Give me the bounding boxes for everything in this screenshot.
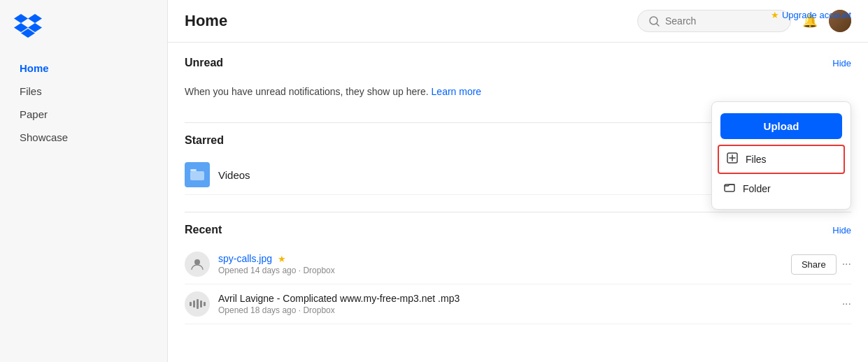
sidebar-item-paper[interactable]: Paper bbox=[6, 103, 162, 126]
file-name-row: spy-calls.jpg ★ bbox=[218, 253, 791, 264]
recent-item-0: spy-calls.jpg ★ Opened 14 days ago · Dro… bbox=[185, 245, 851, 284]
upload-folder-icon bbox=[723, 181, 736, 196]
file-name-0[interactable]: spy-calls.jpg bbox=[218, 253, 272, 264]
svg-point-4 bbox=[194, 259, 200, 265]
sidebar-item-showcase[interactable]: Showcase bbox=[6, 126, 162, 149]
unread-hide-button[interactable]: Hide bbox=[832, 58, 851, 68]
upload-folder-item[interactable]: Folder bbox=[712, 174, 851, 203]
recent-item-1: Avril Lavigne - Complicated www.my-free-… bbox=[185, 284, 851, 324]
unread-section-header: Unread Hide bbox=[185, 57, 851, 69]
upload-folder-label[interactable]: Folder bbox=[743, 183, 771, 194]
recent-title: Recent bbox=[185, 224, 222, 236]
svg-line-1 bbox=[657, 23, 660, 26]
sidebar-navigation: Home Files Paper Showcase bbox=[0, 57, 167, 149]
star-upgrade-icon: ★ bbox=[771, 10, 779, 20]
starred-title: Starred bbox=[185, 134, 224, 147]
search-input[interactable] bbox=[665, 15, 779, 27]
upload-button[interactable]: Upload bbox=[720, 113, 842, 139]
search-bar[interactable] bbox=[637, 10, 791, 32]
file-actions-0: Share ··· bbox=[791, 254, 851, 275]
share-button-0[interactable]: Share bbox=[791, 254, 837, 275]
file-thumb-0 bbox=[185, 252, 210, 277]
search-icon bbox=[649, 16, 660, 27]
upgrade-label[interactable]: Upgrade account bbox=[782, 10, 851, 20]
file-info-1: Avril Lavigne - Complicated www.my-free-… bbox=[218, 293, 842, 315]
upload-dropdown-menu: Upload Files Folder bbox=[711, 101, 851, 210]
more-icon-1[interactable]: ··· bbox=[842, 298, 851, 310]
page-title: Home bbox=[185, 12, 227, 30]
svg-rect-3 bbox=[190, 169, 197, 171]
sidebar-item-files[interactable]: Files bbox=[6, 80, 162, 103]
audio-waveform-icon bbox=[190, 299, 206, 309]
file-name-1: Avril Lavigne - Complicated www.my-free-… bbox=[218, 293, 842, 304]
person-icon bbox=[191, 258, 204, 270]
unread-text: When you have unread notifications, they… bbox=[185, 86, 429, 97]
upload-files-icon bbox=[726, 152, 739, 167]
file-actions-1: ··· bbox=[842, 298, 851, 310]
file-info-0: spy-calls.jpg ★ Opened 14 days ago · Dro… bbox=[218, 253, 791, 275]
unread-title: Unread bbox=[185, 57, 223, 69]
upload-files-label[interactable]: Files bbox=[746, 154, 767, 165]
divider-2 bbox=[185, 212, 851, 212]
upgrade-bar[interactable]: ★ Upgrade account bbox=[771, 10, 851, 20]
dropbox-logo-icon bbox=[14, 14, 42, 38]
learn-more-link[interactable]: Learn more bbox=[432, 86, 482, 97]
recent-hide-button[interactable]: Hide bbox=[832, 225, 851, 236]
folder-svg-icon bbox=[190, 169, 204, 180]
folder-icon bbox=[185, 162, 210, 187]
file-star-icon-0[interactable]: ★ bbox=[278, 254, 286, 264]
file-meta-0: Opened 14 days ago · Dropbox bbox=[218, 266, 791, 275]
sidebar: Home Files Paper Showcase bbox=[0, 0, 168, 362]
file-thumb-1 bbox=[185, 291, 210, 317]
sidebar-item-home[interactable]: Home bbox=[6, 57, 162, 80]
recent-section: Recent Hide spy-calls.jpg ★ bbox=[185, 224, 851, 324]
sidebar-logo bbox=[0, 14, 167, 57]
upload-files-item[interactable]: Files bbox=[718, 145, 845, 174]
top-bar: Home 🔔 bbox=[168, 0, 868, 43]
main-content: ★ Upgrade account Home 🔔 bbox=[168, 0, 868, 362]
recent-section-header: Recent Hide bbox=[185, 224, 851, 236]
svg-rect-2 bbox=[190, 171, 204, 180]
unread-section: Unread Hide When you have unread notific… bbox=[185, 57, 851, 106]
more-icon-0[interactable]: ··· bbox=[842, 258, 851, 270]
file-meta-1: Opened 18 days ago · Dropbox bbox=[218, 305, 842, 315]
